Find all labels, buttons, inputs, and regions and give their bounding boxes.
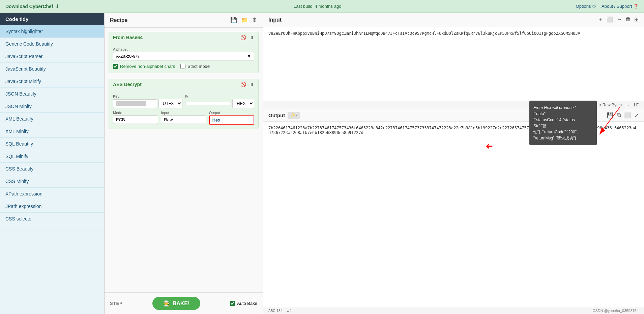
sidebar-item-json-beautify[interactable]: JSON Beautify: [0, 88, 104, 100]
strict-mode-checkbox[interactable]: [180, 64, 185, 69]
from-base64-controls: 🚫 ⏸: [240, 35, 254, 40]
svg-line-1: [599, 107, 620, 134]
bake-bar: STEP 👨‍🍳 BAKE! Auto Bake: [105, 292, 263, 314]
sidebar-item-syntax-highlighter[interactable]: Syntax highlighter: [0, 25, 104, 38]
auto-bake-checkbox[interactable]: [230, 301, 235, 306]
auto-bake-label[interactable]: Auto Bake: [230, 301, 257, 306]
download-icon: ⬇: [55, 4, 59, 9]
mode-value[interactable]: ECB: [113, 115, 158, 124]
sidebar-item-xml-minify[interactable]: XML Minify: [0, 125, 104, 138]
input-value[interactable]: Raw: [161, 115, 206, 124]
bake-icon: 👨‍🍳: [163, 300, 170, 307]
recipe-icons: 💾 📁 🗑: [230, 17, 257, 23]
sidebar-item-javascript-beautify[interactable]: JavaScript Beautify: [0, 63, 104, 75]
tooltip-box: From Hex will produce " {"data": {"statu…: [529, 101, 597, 145]
save-icon[interactable]: 💾: [230, 17, 237, 23]
abc-icon: ABC: [268, 309, 275, 313]
sidebar-item-css-selector[interactable]: CSS selector: [0, 213, 104, 225]
aes-disable-icon[interactable]: 🚫: [240, 82, 246, 87]
top-bar-right: Options ⚙ About / Support ❓: [576, 4, 639, 9]
sidebar-item-generic-code-beautify[interactable]: Generic Code Beautify: [0, 38, 104, 50]
right-panel: Input ＋ ⬜ ↔ 🗑 ⊞ v82eErQUhFHKbppxVUBniHpO…: [263, 13, 644, 314]
alphabet-label: Alphabet: [113, 47, 254, 51]
aes-decrypt-title: AES Decrypt: [113, 82, 142, 87]
output-content[interactable]: 7b2264617461223a7b22737461747573436f6465…: [263, 122, 644, 307]
grid-input-icon[interactable]: ⊞: [634, 16, 639, 23]
output-stats: ABC 184 ≡ 1: [268, 309, 292, 313]
mode-input-output-row: Mode ECB Input Raw Output Hex: [113, 111, 254, 125]
line-ending: LF: [634, 103, 639, 107]
top-bar: Download CyberChef ⬇ Last build: 4 month…: [0, 0, 644, 13]
aes-decrypt-body: Key UTF8 IV: [109, 90, 258, 129]
open-icon[interactable]: 📁: [241, 17, 248, 23]
sidebar-item-xml-beautify[interactable]: XML Beautify: [0, 113, 104, 125]
delete-icon[interactable]: 🗑: [252, 17, 257, 23]
tooltip-text: From Hex will produce " {"data": {"statu…: [533, 105, 593, 141]
sidebar-item-javascript-parser[interactable]: JavaScript Parser: [0, 50, 104, 63]
alphabet-select[interactable]: A-Za-z0-9+/= ▼: [113, 52, 254, 60]
magic-button[interactable]: ✨·: [288, 112, 300, 119]
pause-icon[interactable]: ⏸: [250, 35, 254, 40]
sidebar-item-json-minify[interactable]: JSON Minify: [0, 100, 104, 113]
checkbox-row: Remove non-alphabet chars Strict mode: [113, 64, 254, 69]
last-build: Last build: 4 months ago: [294, 4, 342, 9]
byte-count: ABC 184: [268, 309, 283, 313]
iv-encoding-select[interactable]: HEX: [232, 99, 254, 108]
input-header: Input ＋ ⬜ ↔ 🗑 ⊞: [263, 13, 644, 27]
aes-pause-icon[interactable]: ⏸: [250, 82, 254, 87]
aes-decrypt-block: AES Decrypt 🚫 ⏸ Key: [109, 79, 259, 129]
about-label[interactable]: About / Support ❓: [602, 4, 639, 9]
arrow-annotation-1: ➜: [486, 141, 493, 152]
strict-mode-label[interactable]: Strict mode: [180, 64, 210, 69]
maximize-output-icon[interactable]: ⬜: [624, 112, 631, 119]
sidebar-item-sql-minify[interactable]: SQL Minify: [0, 150, 104, 163]
key-encoding-select[interactable]: UTF8: [158, 99, 182, 108]
download-label[interactable]: Download CyberChef: [5, 4, 53, 9]
recipe-title: Recipe: [110, 17, 127, 23]
from-base64-title: From Base64: [113, 35, 143, 40]
output-label: Output: [209, 111, 254, 115]
remove-nonalpha-label[interactable]: Remove non-alphabet chars: [113, 64, 175, 69]
iv-input[interactable]: [185, 102, 231, 105]
help-icon: ❓: [633, 4, 639, 9]
sidebar-item-css-beautify[interactable]: CSS Beautify: [0, 163, 104, 175]
mode-section: Mode ECB: [113, 111, 158, 125]
swap-input-icon[interactable]: ↔: [617, 16, 622, 23]
step-button[interactable]: STEP: [110, 301, 123, 306]
iv-label: IV: [185, 94, 255, 98]
remove-nonalpha-checkbox[interactable]: [113, 64, 118, 69]
disable-icon[interactable]: 🚫: [240, 35, 246, 40]
from-base64-header: From Base64 🚫 ⏸: [109, 32, 258, 43]
lines-icon: ≡: [287, 309, 289, 313]
fullscreen-output-icon[interactable]: ⤢: [634, 112, 639, 119]
dropdown-icon: ▼: [247, 54, 251, 59]
key-input[interactable]: [113, 99, 157, 108]
sidebar-item-jpath-expression[interactable]: JPath expression: [0, 200, 104, 213]
line-count: ≡ 1: [287, 309, 292, 313]
input-header-icons: ＋ ⬜ ↔ 🗑 ⊞: [598, 16, 639, 23]
add-input-icon[interactable]: ＋: [598, 16, 603, 23]
sidebar-item-css-minify[interactable]: CSS Minify: [0, 175, 104, 188]
key-section: Key UTF8: [113, 94, 182, 108]
download-section[interactable]: Download CyberChef ⬇: [5, 4, 59, 9]
magic-icon: ✨·: [291, 113, 297, 117]
input-content[interactable]: v82eErQUhFHKbppxVUBniHpO7zY9OgcImri3hArI…: [263, 27, 644, 101]
gear-icon: ⚙: [592, 4, 596, 9]
bake-button[interactable]: 👨‍🍳 BAKE!: [152, 297, 201, 310]
output-title: Output: [268, 112, 285, 118]
sidebar: Code tidy Syntax highlighter Generic Cod…: [0, 13, 105, 314]
output-hex-box[interactable]: Hex: [209, 115, 254, 125]
sidebar-item-xpath-expression[interactable]: XPath expression: [0, 188, 104, 200]
sidebar-item-sql-beautify[interactable]: SQL Beautify: [0, 138, 104, 150]
input-title: Input: [268, 17, 282, 23]
sidebar-item-javascript-minify[interactable]: JavaScript Minify: [0, 75, 104, 88]
output-section: Output Hex: [209, 111, 254, 125]
input-label: Input: [161, 111, 206, 115]
maximize-input-icon[interactable]: ⬜: [607, 16, 613, 23]
options-label[interactable]: Options ⚙: [576, 4, 596, 9]
arrow-annotation-2: [596, 104, 623, 139]
clear-input-icon[interactable]: 🗑: [625, 16, 631, 23]
mode-label: Mode: [113, 111, 158, 115]
main-layout: Code tidy Syntax highlighter Generic Cod…: [0, 13, 644, 314]
key-input-row: UTF8: [113, 99, 182, 108]
